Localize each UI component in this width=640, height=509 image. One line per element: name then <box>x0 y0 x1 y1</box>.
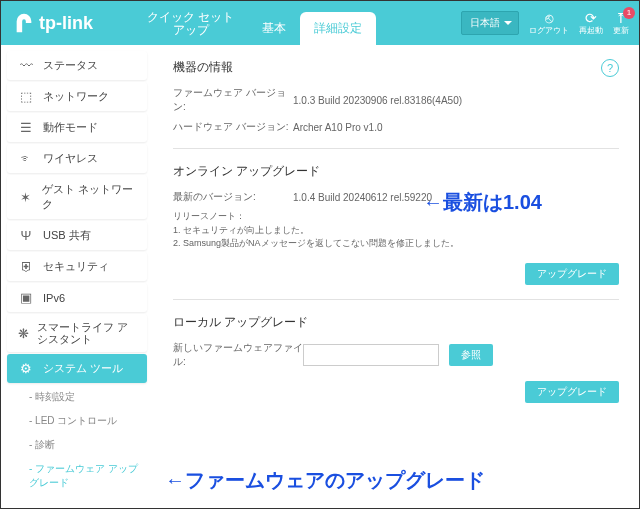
sub-led[interactable]: - LED コントロール <box>1 409 153 433</box>
reboot-icon: ⟳ <box>585 11 597 25</box>
update-button[interactable]: ⤒更新 <box>613 11 629 36</box>
top-header: tp-link クイック セット アップ 基本 詳細設定 日本語 ⎋ログアウト … <box>1 1 639 45</box>
online-upgrade-actions: アップグレード <box>173 263 619 285</box>
sidebar: 〰ステータス ⬚ネットワーク ☰動作モード ᯤワイヤレス ✶ゲスト ネットワーク… <box>1 45 153 508</box>
file-row: 新しいファームウェアファイル: 参照 <box>173 341 619 369</box>
hardware-label: ハードウェア バージョン: <box>173 120 293 134</box>
tab-basic[interactable]: 基本 <box>248 12 300 45</box>
sidebar-item-usb[interactable]: ΨUSB 共有 <box>7 221 147 250</box>
nav-tabs: クイック セット アップ 基本 詳細設定 <box>133 1 376 45</box>
reboot-button[interactable]: ⟳再起動 <box>579 11 603 36</box>
release-note-2: 2. Samsung製品がNAメッセージを返してこない問題を修正しました。 <box>173 237 619 251</box>
main-content: 機器の情報 ? ファームウェア バージョン: 1.0.3 Build 20230… <box>153 45 639 508</box>
sub-diag[interactable]: - 診断 <box>1 433 153 457</box>
release-note-1: 1. セキュリティが向上しました。 <box>173 224 619 238</box>
latest-value: 1.0.4 Build 20240612 rel.59220 <box>293 192 619 203</box>
smartlife-icon: ❋ <box>17 326 29 341</box>
sidebar-item-network[interactable]: ⬚ネットワーク <box>7 82 147 111</box>
mode-icon: ☰ <box>17 120 35 135</box>
firmware-file-input[interactable] <box>303 344 439 366</box>
sidebar-item-mode[interactable]: ☰動作モード <box>7 113 147 142</box>
file-label: 新しいファームウェアファイル: <box>173 341 303 369</box>
help-icon[interactable]: ? <box>601 59 619 77</box>
local-upgrade-button[interactable]: アップグレード <box>525 381 619 403</box>
sidebar-item-security[interactable]: ⛨セキュリティ <box>7 252 147 281</box>
hardware-value: Archer A10 Pro v1.0 <box>293 122 619 133</box>
sidebar-item-system-tools[interactable]: ⚙システム ツール <box>7 354 147 383</box>
gear-icon: ⚙ <box>17 361 35 376</box>
tplink-logo-icon <box>13 12 35 34</box>
firmware-label: ファームウェア バージョン: <box>173 86 293 114</box>
online-upgrade-title: オンライン アップグレード <box>173 163 619 180</box>
brand-text: tp-link <box>39 13 93 34</box>
release-notes-heading: リリースノート： <box>173 210 619 224</box>
tab-advanced[interactable]: 詳細設定 <box>300 12 376 45</box>
firmware-row: ファームウェア バージョン: 1.0.3 Build 20230906 rel.… <box>173 86 619 114</box>
language-select[interactable]: 日本語 <box>461 11 519 35</box>
sidebar-item-smartlife[interactable]: ❋スマートライフ アシスタント <box>7 314 147 352</box>
sidebar-item-status[interactable]: 〰ステータス <box>7 51 147 80</box>
sidebar-item-guest[interactable]: ✶ゲスト ネットワーク <box>7 175 147 219</box>
header-right: 日本語 ⎋ログアウト ⟳再起動 ⤒更新 <box>461 11 629 36</box>
device-info-title: 機器の情報 ? <box>173 59 619 76</box>
local-upgrade-actions: アップグレード <box>173 381 619 403</box>
online-upgrade-button[interactable]: アップグレード <box>525 263 619 285</box>
logout-button[interactable]: ⎋ログアウト <box>529 11 569 36</box>
ipv6-icon: ▣ <box>17 290 35 305</box>
latest-label: 最新のバージョン: <box>173 190 293 204</box>
guest-icon: ✶ <box>17 190 34 205</box>
update-icon: ⤒ <box>615 11 627 25</box>
usb-icon: Ψ <box>17 228 35 243</box>
divider <box>173 148 619 149</box>
network-icon: ⬚ <box>17 89 35 104</box>
logout-icon: ⎋ <box>545 11 553 25</box>
tab-quick-setup[interactable]: クイック セット アップ <box>133 3 248 45</box>
sub-time[interactable]: - 時刻設定 <box>1 385 153 409</box>
hardware-row: ハードウェア バージョン: Archer A10 Pro v1.0 <box>173 120 619 134</box>
sub-firmware-upgrade[interactable]: - ファームウェア アップグレード <box>1 457 153 495</box>
release-notes: リリースノート： 1. セキュリティが向上しました。 2. Samsung製品が… <box>173 210 619 251</box>
sidebar-item-ipv6[interactable]: ▣IPv6 <box>7 283 147 312</box>
browse-button[interactable]: 参照 <box>449 344 493 366</box>
firmware-value: 1.0.3 Build 20230906 rel.83186(4A50) <box>293 95 619 106</box>
latest-version-row: 最新のバージョン: 1.0.4 Build 20240612 rel.59220 <box>173 190 619 204</box>
wifi-icon: ᯤ <box>17 151 35 166</box>
sidebar-item-wireless[interactable]: ᯤワイヤレス <box>7 144 147 173</box>
shield-icon: ⛨ <box>17 259 35 274</box>
divider-2 <box>173 299 619 300</box>
status-icon: 〰 <box>17 58 35 73</box>
local-upgrade-title: ローカル アップグレード <box>173 314 619 331</box>
brand-logo: tp-link <box>13 12 93 34</box>
